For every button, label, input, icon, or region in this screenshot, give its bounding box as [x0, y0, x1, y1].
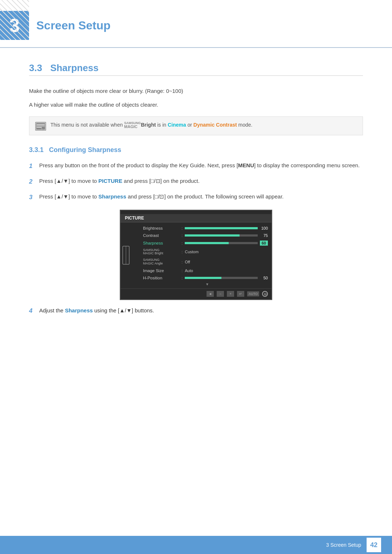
screen-item-name-image-size: Image Size — [143, 268, 179, 273]
screen-items-list: Brightness : 100 Contrast : — [125, 225, 271, 287]
screen-item-contrast: Contrast : 75 — [143, 232, 271, 239]
note-text: This menu is not available when SAMSUNG … — [50, 121, 252, 129]
main-content: 3.3 Sharpness Make the outline of object… — [0, 62, 392, 344]
dynamic-contrast-highlight: Dynamic Contrast — [193, 122, 237, 128]
screen-menu-area: Brightness : 100 Contrast : — [121, 225, 271, 287]
screen-item-name-magic-bright: SAMSUNG MAGIC Bright — [143, 249, 179, 256]
screen-btn-minus: − — [217, 291, 224, 297]
brand-bright: Bright — [141, 122, 156, 128]
subsection-number: 3.3.1 — [29, 146, 44, 153]
screen-bar-sharpness: 60 — [185, 241, 268, 246]
steps-list: 1 Press any button on the front of the p… — [29, 161, 363, 202]
screen-bar-contrast: 75 — [185, 233, 268, 238]
step-number-3: 3 — [29, 192, 39, 202]
section-title: Sharpness — [50, 62, 98, 73]
description1: Make the outline of objects more clear o… — [29, 87, 363, 95]
screen-item-h-position: H-Position : 50 — [143, 274, 271, 282]
step-number-1: 1 — [29, 161, 39, 171]
step-number-4: 4 — [29, 307, 39, 315]
screen-value-contrast: 75 — [260, 233, 268, 238]
step-2: 2 Press [▲/▼] to move to PICTURE and pre… — [29, 177, 363, 186]
footer-text: 3 Screen Setup — [326, 542, 361, 548]
chapter-title: Screen Setup — [36, 19, 111, 32]
chapter-header: 3 Screen Setup — [0, 0, 392, 48]
screen-item-name-contrast: Contrast — [143, 233, 179, 238]
screen-mockup: PICTURE Brightness : — [120, 210, 272, 300]
screen-btn-auto: AUTO — [247, 291, 259, 296]
footer-page-number: 42 — [367, 538, 381, 552]
screen-item-sharpness: Sharpness : 60 — [143, 239, 271, 247]
screen-text-value-image-size: Auto — [185, 268, 193, 273]
screen-bar-h-position: 50 — [185, 276, 268, 280]
cinema-highlight: Cinema — [168, 122, 186, 128]
screen-bar-brightness: 100 — [185, 226, 268, 230]
screen-text-value-magic-bright: Custom — [185, 250, 199, 254]
header-diagonal-bg — [0, 0, 29, 40]
screen-value-brightness: 100 — [260, 226, 268, 230]
note-box: This menu is not available when SAMSUNG … — [29, 116, 363, 135]
subsection-heading: 3.3.1 Configuring Sharpness — [29, 146, 363, 154]
subsection-title: Configuring Sharpness — [49, 146, 121, 153]
scroll-down-indicator: ▼ — [143, 282, 271, 287]
step-4: 4 Adjust the Sharpness using the [▲/▼] b… — [29, 307, 363, 315]
screen-item-name-magic-angle: SAMSUNG MAGIC Angle — [143, 258, 179, 266]
screen-btn-enter: ↵ — [237, 291, 244, 297]
screen-item-name-h-position: H-Position — [143, 276, 179, 280]
monitor-svg-icon — [122, 244, 130, 266]
svg-rect-0 — [35, 122, 46, 131]
step-number-2: 2 — [29, 177, 39, 186]
section-heading: 3.3 Sharpness — [29, 62, 363, 76]
screen-item-brightness: Brightness : 100 — [143, 225, 271, 232]
screen-mockup-container: PICTURE Brightness : — [29, 210, 363, 300]
step-1: 1 Press any button on the front of the p… — [29, 161, 363, 171]
screen-title-bar: PICTURE — [121, 214, 271, 222]
screen-value-h-position: 50 — [260, 276, 268, 280]
page-footer: 3 Screen Setup 42 — [0, 536, 392, 554]
step-content-1: Press any button on the front of the pro… — [39, 161, 363, 170]
step-content-3: Press [▲/▼] to move to Sharpness and pre… — [39, 192, 363, 201]
screen-btn-plus: + — [227, 291, 234, 297]
note-icon — [35, 122, 46, 131]
screen-btn-back: ◄ — [207, 291, 214, 297]
monitor-icon-area — [122, 244, 130, 267]
screen-toolbar: ◄ − + ↵ AUTO ⏻ — [121, 288, 271, 297]
screen-btn-power: ⏻ — [262, 291, 268, 297]
screen-item-magic-angle: SAMSUNG MAGIC Angle : Off — [143, 257, 271, 267]
sharpness-bold: Sharpness — [65, 307, 93, 313]
description2: A higher value will make the outline of … — [29, 100, 363, 109]
screen-item-name-sharpness: Sharpness — [143, 241, 179, 245]
screen-value-sharpness: 60 — [260, 241, 268, 246]
screen-item-magic-bright: SAMSUNG MAGIC Bright : Custom — [143, 247, 271, 257]
step-content-2: Press [▲/▼] to move to PICTURE and press… — [39, 177, 363, 185]
step-content-4: Adjust the Sharpness using the [▲/▼] but… — [39, 307, 363, 313]
section-number: 3.3 — [29, 62, 42, 73]
samsung-magic-brand: SAMSUNG MAGIC — [124, 122, 141, 129]
screen-item-name-brightness: Brightness — [143, 226, 179, 230]
screen-text-value-magic-angle: Off — [185, 260, 190, 264]
screen-item-image-size: Image Size : Auto — [143, 267, 271, 274]
step-3: 3 Press [▲/▼] to move to Sharpness and p… — [29, 192, 363, 202]
